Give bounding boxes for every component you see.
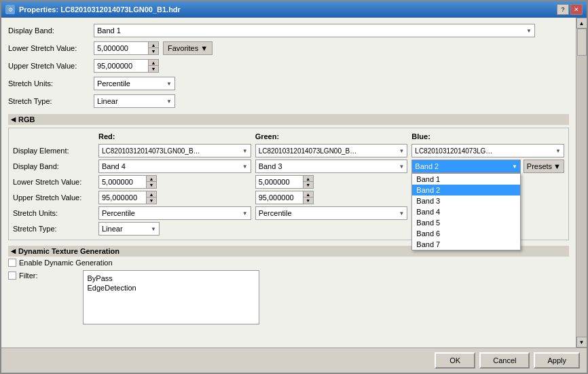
scroll-track[interactable] [577, 29, 587, 337]
red-upper-spingroup: ▲ ▼ [98, 191, 251, 204]
scroll-thumb[interactable] [577, 29, 587, 56]
stretch-units-value: Percentile [97, 79, 130, 88]
stretch-type-value: Linear [97, 97, 118, 105]
green-upper-up[interactable]: ▲ [304, 191, 313, 198]
red-band-select[interactable]: Band 4 ▼ [98, 160, 251, 173]
upper-stretch-label: Upper Stretch Value: [8, 62, 90, 70]
blue-band-dropdown-wrapper: Band 2 ▼ Band 1 Band 2 Band 3 Band 4 Ban… [411, 160, 520, 173]
lower-stretch-input[interactable] [94, 41, 148, 55]
green-units-select[interactable]: Percentile ▼ [255, 206, 408, 220]
red-element-value: LC82010312014073LGN00_B1.hdr [102, 147, 204, 155]
lower-stretch-up[interactable]: ▲ [149, 42, 158, 48]
cancel-button[interactable]: Cancel [479, 352, 530, 369]
rgb-stretch-units-label: Stretch Units: [13, 209, 94, 217]
rgb-section-header: ◀ RGB [8, 114, 569, 125]
red-stretch-select[interactable]: Linear ▼ [98, 222, 160, 236]
window-title: Properties: LC82010312014073LGN00_B1.hdr [19, 5, 181, 14]
red-col-header: Red: [98, 132, 251, 142]
green-col-header: Green: [255, 132, 408, 142]
stretch-type-label: Stretch Type: [8, 97, 90, 105]
display-band-row: Display Band: Band 1 ▼ [8, 23, 569, 38]
green-upper-input[interactable] [255, 191, 303, 204]
dropdown-item-band5[interactable]: Band 5 [412, 217, 519, 228]
scroll-down-arrow[interactable]: ▼ [576, 337, 587, 348]
green-upper-down[interactable]: ▼ [304, 198, 313, 204]
blue-band-select[interactable]: Band 2 ▼ [411, 160, 520, 173]
filter-checkbox-row: Filter: [8, 269, 38, 282]
dropdown-item-band2[interactable]: Band 2 [412, 185, 519, 195]
upper-stretch-down[interactable]: ▼ [149, 66, 158, 72]
enable-dtg-checkbox[interactable] [8, 259, 16, 267]
red-units-select[interactable]: Percentile ▼ [98, 206, 251, 220]
upper-stretch-spingroup: ▲ ▼ [94, 59, 159, 73]
main-window: ⚙ Properties: LC82010312014073LGN00_B1.h… [0, 0, 588, 374]
lower-stretch-down[interactable]: ▼ [149, 48, 158, 54]
titlebar-controls: ? ✕ [557, 4, 583, 15]
red-lower-down[interactable]: ▼ [147, 182, 156, 188]
rgb-lower-stretch-label: Lower Stretch Value: [13, 178, 94, 186]
red-upper-input[interactable] [98, 191, 146, 204]
green-lower-up[interactable]: ▲ [304, 176, 313, 182]
filter-item-edgedetection[interactable]: EdgeDetection [86, 283, 256, 293]
upper-stretch-input[interactable] [94, 59, 148, 73]
filter-checkbox[interactable] [8, 272, 16, 280]
rgb-upper-stretch-label: Upper Stretch Value: [13, 193, 94, 202]
favorites-button[interactable]: Favorites ▼ [163, 41, 213, 55]
presets-button[interactable]: Presets ▼ [523, 160, 564, 173]
display-band-value: Band 1 [97, 26, 121, 35]
upper-stretch-up[interactable]: ▲ [149, 60, 158, 66]
red-band-value: Band 4 [102, 162, 126, 170]
red-lower-up[interactable]: ▲ [147, 176, 156, 182]
scroll-up-arrow[interactable]: ▲ [576, 18, 587, 29]
red-element-select[interactable]: LC82010312014073LGN00_B1.hdr ▼ [98, 144, 251, 157]
red-lower-input[interactable] [98, 175, 146, 189]
blue-element-value: LC82010312014073LGN00_B1.hdr [415, 147, 496, 155]
dtg-collapse-icon[interactable]: ◀ [11, 248, 16, 255]
stretch-units-row: Stretch Units: Percentile ▼ [8, 76, 569, 91]
green-band-select[interactable]: Band 3 ▼ [255, 160, 408, 173]
lower-stretch-row: Lower Stretch Value: ▲ ▼ Favorites ▼ [8, 41, 569, 56]
close-button[interactable]: ✕ [570, 4, 583, 15]
blue-col-header: Blue: [411, 132, 564, 142]
stretch-units-select[interactable]: Percentile ▼ [94, 77, 175, 90]
dropdown-item-band6[interactable]: Band 6 [412, 228, 519, 239]
filter-listbox[interactable]: ByPass EdgeDetection [83, 270, 259, 324]
stretch-units-label: Stretch Units: [8, 79, 90, 88]
enable-dtg-label: Enable Dynamic Generation [19, 259, 113, 267]
lower-stretch-label: Lower Stretch Value: [8, 44, 90, 52]
dropdown-item-band4[interactable]: Band 4 [412, 206, 519, 217]
blue-element-select[interactable]: LC82010312014073LGN00_B1.hdr ▼ [411, 144, 564, 157]
red-upper-up[interactable]: ▲ [147, 191, 156, 198]
scrollbar: ▲ ▼ [576, 18, 587, 348]
dtg-section: ◀ Dynamic Texture Generation Enable Dyna… [8, 246, 569, 324]
rgb-section-title: RGB [18, 115, 35, 124]
blue-band-value: Band 2 [415, 162, 439, 170]
green-lower-down[interactable]: ▼ [304, 182, 313, 188]
filter-item-bypass[interactable]: ByPass [86, 274, 256, 283]
rgb-display-element-label: Display Element: [13, 147, 94, 155]
ok-button[interactable]: OK [435, 352, 475, 369]
rgb-collapse-icon[interactable]: ◀ [11, 116, 16, 123]
upper-stretch-row: Upper Stretch Value: ▲ ▼ [8, 58, 569, 73]
green-lower-input[interactable] [255, 175, 303, 189]
apply-button[interactable]: Apply [534, 352, 580, 369]
enable-dtg-row: Enable Dynamic Generation [8, 257, 569, 269]
display-band-select[interactable]: Band 1 ▼ [94, 24, 535, 37]
help-button[interactable]: ? [557, 4, 569, 15]
display-band-arrow: ▼ [526, 28, 532, 34]
green-element-select[interactable]: LC82010312014073LGN00_B1.hdr ▼ [255, 144, 408, 157]
upper-stretch-spinbtns: ▲ ▼ [148, 59, 159, 73]
filter-row: Filter: ByPass EdgeDetection [8, 269, 569, 324]
dtg-title: Dynamic Texture Generation [18, 247, 120, 255]
stretch-type-select[interactable]: Linear ▼ [94, 94, 175, 108]
dropdown-item-band1[interactable]: Band 1 [412, 174, 519, 185]
main-panel: Display Band: Band 1 ▼ Lower Stretch Val… [1, 18, 576, 348]
red-lower-spingroup: ▲ ▼ [98, 175, 251, 189]
red-upper-down[interactable]: ▼ [147, 198, 156, 204]
rgb-stretch-type-label: Stretch Type: [13, 225, 94, 233]
dropdown-item-band7[interactable]: Band 7 [412, 239, 519, 250]
dropdown-item-band3[interactable]: Band 3 [412, 195, 519, 206]
red-units-value: Percentile [102, 209, 135, 217]
stretch-type-row: Stretch Type: Linear ▼ [8, 94, 569, 109]
window-icon: ⚙ [5, 5, 15, 14]
